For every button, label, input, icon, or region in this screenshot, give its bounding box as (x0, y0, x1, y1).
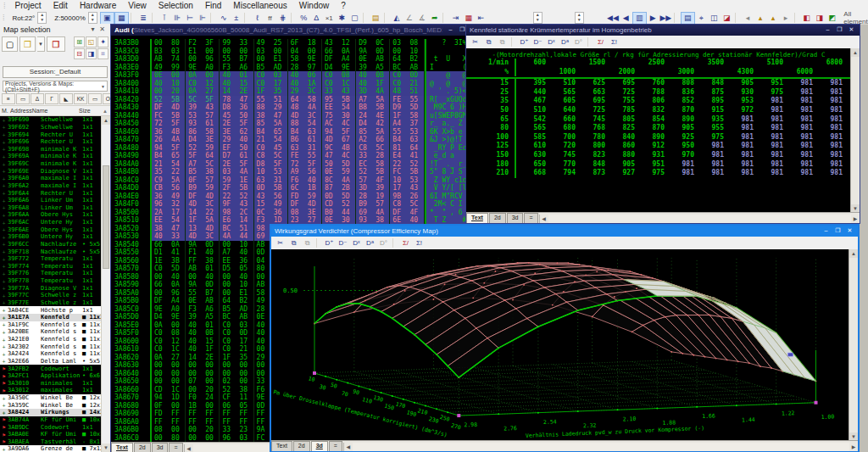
kf-hscroll-right-icon[interactable]: ▶ (851, 215, 860, 223)
prev-version-button[interactable]: ◂ (742, 13, 754, 24)
map-list-item[interactable]: +3A9DA6Grenze de■ 7x12 (0, 445, 110, 452)
kennfeld-cell[interactable]: 981 (754, 133, 783, 142)
map-list-item[interactable]: ⚑3A2FC1Applikation• 6x6 (0, 372, 110, 380)
kennfeld-col-header[interactable] (783, 59, 813, 68)
kennfeld-cell[interactable]: 981 (754, 124, 783, 133)
kennfeld-cell[interactable]: 467 (516, 97, 546, 106)
sign-button[interactable]: ± (230, 13, 242, 24)
compare-window-button[interactable]: ◫ (708, 13, 721, 24)
surf-hscroll-right-icon[interactable]: ▶ (849, 443, 858, 451)
session-selector[interactable]: Session:_Default (3, 66, 108, 78)
kennfeld-cell[interactable]: 981 (783, 169, 813, 178)
map-original-button[interactable]: D° (572, 36, 585, 48)
kennfeld-tab-2d[interactable]: 2d (489, 213, 506, 223)
kennfeld-cell[interactable]: 905 (665, 124, 694, 133)
menu-project[interactable]: Project (9, 0, 47, 12)
maps-filter-blue-button[interactable]: ◨ (813, 13, 826, 24)
checkpoint-a-button[interactable]: ▴ (754, 13, 767, 24)
kennfeld-cell[interactable]: 981 (783, 88, 813, 98)
map-list-item[interactable]: +3A1F9CKennfeld s■ 11x11 (0, 321, 110, 329)
sigma-slash-button[interactable]: Σ/ (594, 36, 607, 48)
surface-minimize-icon[interactable]: – (821, 227, 831, 235)
kennfeld-cell[interactable]: 854 (635, 115, 665, 125)
map-list-item[interactable]: +39F698minimale K1x1 (0, 146, 110, 153)
kennfeld-cell[interactable]: 905 (724, 79, 754, 88)
map-plus-button[interactable]: D⁺ (323, 237, 336, 249)
maps-filter-red-button[interactable]: ◧ (800, 13, 813, 24)
properties-button[interactable]: ▤ (681, 12, 695, 25)
surface-tab-2d[interactable]: 2d (293, 441, 310, 451)
kennfeld-cell[interactable]: 981 (754, 106, 783, 115)
hex-tab-text[interactable]: Text (111, 443, 133, 452)
kennfeld-cell[interactable]: 650 (516, 160, 546, 170)
map-list-item[interactable]: ⚑3AB74AKF für Umi■ 10x10 (0, 416, 110, 424)
map-minus-button[interactable]: D⁻ (531, 36, 544, 48)
map-original-button[interactable]: D° (377, 237, 390, 249)
cut-icon[interactable]: ✂ (469, 36, 481, 48)
kennfeld-cell[interactable]: 510 (546, 79, 576, 88)
kennfeld-cell[interactable]: 806 (635, 97, 665, 106)
kennfeld-cell[interactable]: 860 (605, 142, 635, 151)
kennfeld-cell[interactable]: 725 (576, 106, 605, 115)
map-list-item[interactable]: +3A350CWinkel Be■ 12x12 (0, 394, 110, 402)
kennfeld-col-header[interactable]: 1000 (546, 68, 576, 77)
kennfeld-col-header[interactable] (546, 59, 576, 68)
hex-tab-3d[interactable]: 3d (152, 443, 169, 452)
map-list-item[interactable]: ⚑3AB9DCCodewort1x1 (0, 423, 110, 431)
kennfeld-cell[interactable]: 981 (665, 169, 694, 178)
kennfeld-cell[interactable]: 890 (635, 133, 665, 142)
map-multiply-button[interactable]: Dˣ (545, 36, 558, 48)
times-one-button[interactable]: ×1 (323, 13, 336, 24)
kennfeld-cell[interactable]: 605 (546, 97, 576, 106)
map-list-item[interactable]: +39F774Temperatu1x1 (0, 263, 110, 271)
map-list-item[interactable]: +39F6B0Untere Hy1x1 (0, 233, 110, 241)
open-project-button[interactable]: ❐ (19, 36, 36, 52)
kennfeld-col-header[interactable]: 6800 (813, 59, 843, 68)
zoom-spin-buttons[interactable]: ▲▼ (88, 12, 97, 24)
kennfeld-cell[interactable]: 981 (724, 142, 754, 151)
col-size[interactable]: Size (79, 108, 103, 114)
map-absolute-button[interactable]: Dᵃ (364, 237, 376, 249)
kennfeld-cell[interactable]: 975 (694, 133, 724, 142)
paste-icon[interactable]: ⧉ (496, 36, 509, 48)
col-name[interactable]: Name (32, 108, 79, 114)
kennfeld-cell[interactable]: 981 (754, 97, 783, 106)
kennfeld-cell[interactable]: 935 (694, 115, 724, 125)
filter-button-2[interactable]: Δ (31, 93, 44, 104)
kennfeld-titlebar[interactable]: Kennfeld stationäre Krümmertemperatur im… (466, 25, 860, 36)
zoom-stepper[interactable]: Z:50000% ▲▼ (52, 13, 97, 23)
kennfeld-col-header[interactable] (665, 59, 694, 68)
kennfeld-cell[interactable]: 890 (665, 115, 694, 125)
kennfeld-col-header[interactable] (576, 68, 605, 77)
kennfeld-cell[interactable]: 794 (546, 169, 576, 178)
col-address[interactable]: Address (10, 108, 32, 114)
kennfeld-cell[interactable]: 981 (813, 124, 843, 133)
kennfeld-col-header[interactable]: 6000 (783, 68, 813, 77)
kennfeld-cell[interactable]: 981 (813, 133, 843, 142)
kennfeld-cell[interactable]: 565 (516, 124, 546, 133)
kennfeld-col-header[interactable]: 1500 (576, 59, 605, 68)
kennfeld-cell[interactable]: 981 (724, 151, 754, 160)
kennfeld-cell[interactable]: 981 (783, 124, 813, 133)
kennfeld-cell[interactable]: 951 (635, 160, 665, 170)
map-list-scrollbar[interactable]: ▲ ▼ (101, 116, 110, 452)
surface-tab-3d[interactable]: 3d (311, 441, 328, 451)
kennfeld-cell[interactable]: 981 (694, 151, 724, 160)
kennfeld-cell[interactable]: 927 (605, 169, 635, 178)
kennfeld-cell[interactable]: 981 (724, 115, 754, 125)
kennfeld-cell[interactable]: 981 (783, 115, 813, 125)
first-element-button[interactable]: ◀◀ (606, 13, 619, 24)
checkpoint-b-button[interactable]: ▴ (767, 13, 780, 24)
map-list-item[interactable]: +39F77ADiagnose V1x1 (0, 284, 110, 292)
surface-hscrollbar[interactable]: ◀ ▶ (343, 443, 858, 451)
kennfeld-cell[interactable]: 981 (813, 142, 843, 151)
kennfeld-col-header[interactable]: 4300 (724, 68, 754, 77)
view-overlay-button[interactable]: ⊩ (196, 13, 209, 24)
element-list-button[interactable]: ▥ (632, 12, 647, 25)
kennfeld-cell[interactable]: 975 (635, 169, 665, 178)
kennfeld-cell[interactable]: 680 (546, 124, 576, 133)
abs-button[interactable]: ℓ (251, 13, 264, 24)
map-list-item[interactable]: +39F69Cminimale K1x1 (0, 160, 110, 168)
map-list-item[interactable]: +39F772Temperatu1x1 (0, 255, 110, 263)
kennfeld-cell[interactable]: 981 (783, 151, 813, 160)
